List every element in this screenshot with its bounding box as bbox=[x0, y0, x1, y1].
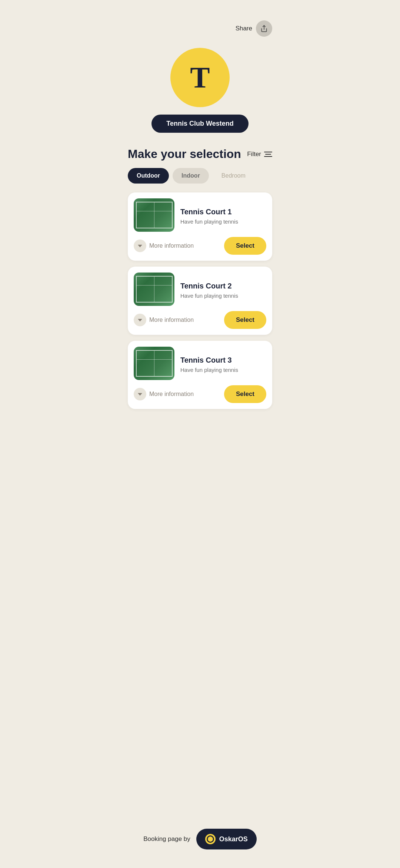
section-title: Make your selection bbox=[128, 148, 241, 161]
share-label: Share bbox=[236, 25, 252, 32]
oskaros-brand-name: OskarOS bbox=[219, 835, 248, 843]
chevron-down-icon bbox=[138, 319, 142, 321]
logo-circle: T bbox=[170, 48, 230, 107]
more-info-button-3[interactable]: More information bbox=[134, 388, 194, 400]
share-button[interactable] bbox=[256, 20, 272, 37]
court-name-2: Tennis Court 2 bbox=[180, 282, 238, 290]
footer-booking-text: Booking page by bbox=[143, 835, 190, 843]
court-desc-2: Have fun playing tennis bbox=[180, 293, 238, 299]
logo-letter: T bbox=[190, 63, 210, 92]
court-desc-1: Have fun playing tennis bbox=[180, 218, 238, 225]
filter-label: Filter bbox=[247, 151, 261, 158]
more-info-button-1[interactable]: More information bbox=[134, 240, 194, 252]
more-info-button-2[interactable]: More information bbox=[134, 314, 194, 326]
court-card-3: Tennis Court 3 Have fun playing tennis M… bbox=[128, 341, 272, 409]
select-button-2[interactable]: Select bbox=[224, 311, 266, 329]
tab-bedroom[interactable]: Bedroom bbox=[213, 168, 254, 184]
share-icon bbox=[260, 25, 268, 32]
court-thumbnail-1 bbox=[134, 198, 174, 232]
section-header: Make your selection Filter bbox=[128, 148, 272, 161]
court-thumbnail-2 bbox=[134, 273, 174, 306]
court-desc-3: Have fun playing tennis bbox=[180, 367, 238, 373]
share-area: Share bbox=[236, 20, 272, 37]
court-name-1: Tennis Court 1 bbox=[180, 208, 238, 216]
more-info-label-2: More information bbox=[149, 317, 194, 323]
tab-outdoor[interactable]: Outdoor bbox=[128, 168, 169, 184]
chevron-down-icon bbox=[138, 245, 142, 247]
select-button-1[interactable]: Select bbox=[224, 237, 266, 255]
chevron-down-icon bbox=[138, 393, 142, 396]
more-info-label-3: More information bbox=[149, 391, 194, 397]
oskaros-badge[interactable]: OskarOS bbox=[196, 829, 257, 849]
oskaros-icon bbox=[205, 834, 216, 844]
courts-list: Tennis Court 1 Have fun playing tennis M… bbox=[128, 192, 272, 409]
logo-container: T Tennis Club Westend bbox=[151, 48, 248, 133]
court-card-1: Tennis Court 1 Have fun playing tennis M… bbox=[128, 192, 272, 261]
club-name-badge: Tennis Club Westend bbox=[151, 115, 248, 133]
court-name-3: Tennis Court 3 bbox=[180, 356, 238, 364]
filter-icon bbox=[264, 152, 272, 157]
select-button-3[interactable]: Select bbox=[224, 385, 266, 403]
court-thumbnail-3 bbox=[134, 347, 174, 380]
header: Share bbox=[128, 0, 272, 44]
tab-indoor[interactable]: Indoor bbox=[173, 168, 209, 184]
filter-area[interactable]: Filter bbox=[247, 151, 272, 158]
footer: Booking page by OskarOS bbox=[128, 814, 272, 868]
page-container: Share T Tennis Club Westend Make your se… bbox=[120, 0, 280, 868]
more-info-label-1: More information bbox=[149, 242, 194, 249]
court-card-2: Tennis Court 2 Have fun playing tennis M… bbox=[128, 267, 272, 335]
category-tabs: Outdoor Indoor Bedroom bbox=[128, 168, 272, 184]
